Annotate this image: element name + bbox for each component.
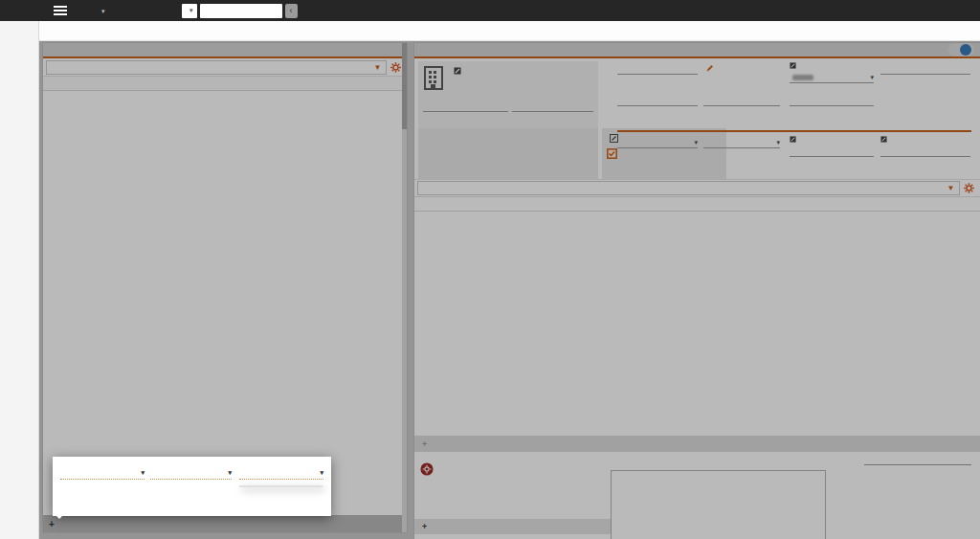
- popup-return-type-field[interactable]: ▾: [239, 463, 323, 480]
- rambase-app: ▾ ▾ ‹ ▼ +: [0, 0, 980, 539]
- system-select[interactable]: ▾: [101, 6, 176, 15]
- popup-supplier-field[interactable]: ▾: [60, 463, 145, 480]
- top-bar: ▾ ▾ ‹: [0, 0, 980, 21]
- popup-currency-field[interactable]: ▾: [150, 463, 232, 480]
- module-sidebar: [0, 21, 39, 539]
- doc-type-select[interactable]: ▾: [182, 4, 197, 18]
- return-type-dropdown: [239, 485, 323, 487]
- hamburger-menu-icon[interactable]: [54, 6, 67, 15]
- tab-bar: [39, 21, 980, 41]
- search-go-button[interactable]: ‹: [285, 4, 298, 18]
- global-search-input[interactable]: [200, 4, 282, 18]
